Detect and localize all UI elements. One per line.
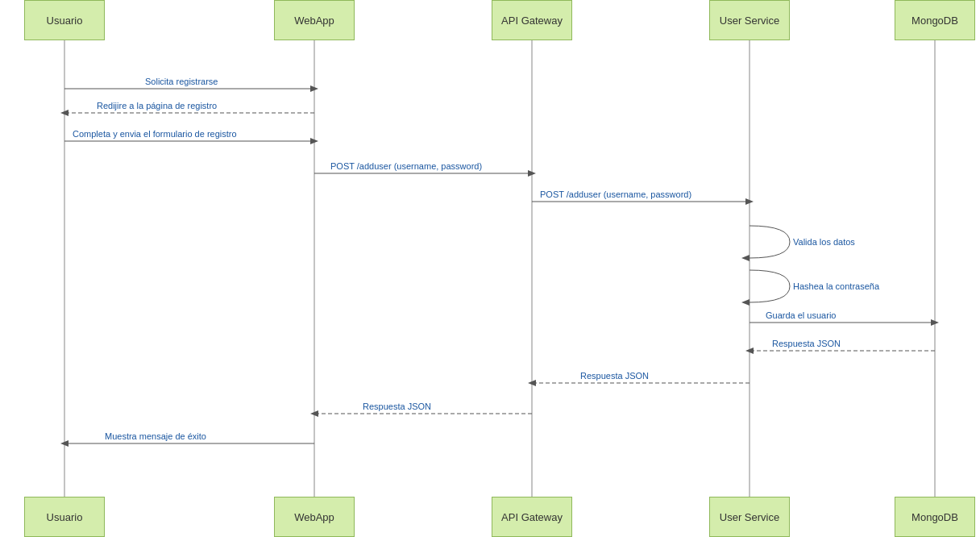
actor-usuario-bottom: Usuario [24, 497, 105, 537]
svg-text:Completa y envia el formulario: Completa y envia el formulario de regist… [73, 129, 237, 139]
svg-text:Solicita registrarse: Solicita registrarse [145, 77, 218, 86]
svg-marker-31 [528, 380, 536, 386]
actor-userservice-top: User Service [709, 0, 790, 40]
svg-marker-34 [310, 410, 318, 417]
svg-text:POST /adduser (username, passw: POST /adduser (username, password) [540, 189, 691, 199]
svg-marker-25 [931, 319, 939, 326]
svg-marker-37 [60, 440, 69, 447]
svg-text:Respuesta JSON: Respuesta JSON [772, 339, 841, 348]
svg-text:Respuesta JSON: Respuesta JSON [580, 371, 649, 381]
actor-mongodb-bottom: MongoDB [895, 497, 975, 537]
svg-marker-15 [528, 170, 536, 177]
actor-apigateway-top: API Gateway [492, 0, 572, 40]
svg-text:Redijire a la página de regist: Redijire a la página de registro [97, 101, 217, 110]
actor-apigateway-bottom: API Gateway [492, 497, 572, 537]
svg-marker-12 [310, 138, 318, 144]
svg-marker-9 [60, 110, 69, 116]
actor-mongodb-top: MongoDB [895, 0, 975, 40]
actor-userservice-bottom: User Service [709, 497, 790, 537]
actor-webapp-bottom: WebApp [274, 497, 355, 537]
svg-text:Valida los datos: Valida los datos [793, 237, 855, 247]
svg-text:Respuesta JSON: Respuesta JSON [363, 402, 431, 411]
sequence-diagram: Solicita registrarse Redijire a la págin… [0, 0, 980, 537]
svg-text:POST /adduser (username, passw: POST /adduser (username, password) [330, 161, 482, 171]
svg-text:Hashea la contraseña: Hashea la contraseña [793, 281, 880, 291]
svg-marker-28 [745, 348, 754, 354]
actor-webapp-top: WebApp [274, 0, 355, 40]
svg-marker-22 [741, 299, 750, 306]
actor-usuario-top: Usuario [24, 0, 105, 40]
svg-text:Muestra mensaje de éxito: Muestra mensaje de éxito [105, 431, 206, 441]
svg-text:Guarda el usuario: Guarda el usuario [766, 310, 836, 320]
svg-marker-18 [745, 198, 754, 205]
svg-marker-20 [741, 255, 750, 261]
svg-marker-6 [310, 85, 318, 92]
arrows-svg: Solicita registrarse Redijire a la págin… [0, 0, 980, 537]
